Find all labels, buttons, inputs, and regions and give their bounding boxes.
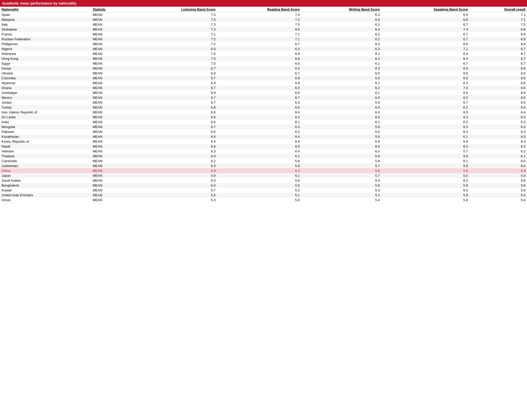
statistic-cell: MEAN <box>91 56 129 61</box>
table-row: IndonesiaMEAN7.06.96.16.46.7 <box>0 51 527 56</box>
speaking-cell: 5.9 <box>381 139 469 144</box>
overall-cell: 6.0 <box>469 163 527 168</box>
table-row: ChinaMEAN5.96.35.85.55.9 <box>0 168 527 173</box>
nationality-cell: China <box>0 168 91 173</box>
col-header-speaking: Speaking Band Score <box>381 7 469 12</box>
listening-cell: 7.0 <box>129 51 217 56</box>
writing-cell: 5.1 <box>301 193 381 198</box>
reading-cell: 6.3 <box>217 168 301 173</box>
listening-cell: 7.5 <box>129 12 217 17</box>
reading-cell: 7.5 <box>217 22 301 27</box>
listening-cell: 6.7 <box>129 95 217 100</box>
overall-cell: 6.9 <box>469 27 527 32</box>
overall-cell: 5.6 <box>469 188 527 193</box>
speaking-cell: 6.2 <box>381 178 469 183</box>
overall-cell: 7.0 <box>469 22 527 27</box>
speaking-cell: 6.7 <box>381 100 469 105</box>
nationality-cell: Myanmar <box>0 81 91 85</box>
nationality-cell: Uzbekistan <box>0 163 91 168</box>
writing-cell: 6.1 <box>301 90 381 95</box>
listening-cell: 5.7 <box>129 188 217 193</box>
listening-cell: 6.7 <box>129 124 217 129</box>
writing-cell: 6.1 <box>301 81 381 85</box>
nationality-cell: Japan <box>0 173 91 178</box>
statistic-cell: MEAN <box>91 27 129 32</box>
nationality-cell: Philippines <box>0 42 91 46</box>
table-row: BangladeshMEAN6.05.65.65.85.8 <box>0 183 527 188</box>
table-row: CambodiaMEAN6.25.85.86.16.0 <box>0 159 527 163</box>
table-row: UkraineMEAN6.96.76.06.66.6 <box>0 71 527 76</box>
writing-cell: 6.1 <box>301 51 381 56</box>
writing-cell: 6.3 <box>301 66 381 71</box>
listening-cell: 7.5 <box>129 17 217 22</box>
listening-cell: 6.0 <box>129 178 217 183</box>
table-row: MongoliaMEAN6.76.35.86.36.3 <box>0 124 527 129</box>
nationality-cell: Egypt <box>0 61 91 66</box>
listening-cell: 6.2 <box>129 159 217 163</box>
statistic-cell: MEAN <box>91 12 129 17</box>
nationality-cell: United Arab Emirates <box>0 193 91 198</box>
reading-cell: 6.1 <box>217 120 301 124</box>
statistic-cell: MEAN <box>91 173 129 178</box>
nationality-cell: Bangladesh <box>0 183 91 188</box>
overall-cell: 6.8 <box>469 42 527 46</box>
writing-cell: 6.3 <box>301 12 381 17</box>
nationality-cell: France <box>0 32 91 37</box>
statistic-cell: MEAN <box>91 85 129 90</box>
reading-cell: 6.0 <box>217 144 301 149</box>
nationality-cell: Kuwait <box>0 188 91 193</box>
table-row: OmanMEAN5.35.05.45.85.4 <box>0 198 527 202</box>
reading-cell: 5.0 <box>217 198 301 202</box>
listening-cell: 7.2 <box>129 27 217 32</box>
table-row: Russian FederationMEAN7.27.16.26.76.9 <box>0 37 527 42</box>
nationality-cell: Vietnam <box>0 149 91 154</box>
writing-cell: 5.9 <box>301 100 381 105</box>
data-table: Nationality Statistic Listening Band Sco… <box>0 7 527 202</box>
table-header-row: Nationality Statistic Listening Band Sco… <box>0 7 527 12</box>
reading-cell: 6.4 <box>217 134 301 139</box>
overall-cell: 6.1 <box>469 154 527 159</box>
reading-cell: 5.1 <box>217 193 301 198</box>
col-header-statistic: Statistic <box>91 7 129 12</box>
listening-cell: 6.0 <box>129 183 217 188</box>
table-row: ItalyMEAN7.37.56.26.77.0 <box>0 22 527 27</box>
overall-cell: 6.6 <box>469 90 527 95</box>
nationality-cell: Italy <box>0 22 91 27</box>
speaking-cell: 5.8 <box>381 183 469 188</box>
statistic-cell: MEAN <box>91 154 129 159</box>
speaking-cell: 6.8 <box>381 17 469 22</box>
nationality-cell: Oman <box>0 198 91 202</box>
speaking-cell: 6.7 <box>381 22 469 27</box>
writing-cell: 6.3 <box>301 42 381 46</box>
nationality-cell: Kazakhstan <box>0 134 91 139</box>
nationality-cell: Kenya <box>0 66 91 71</box>
nationality-cell: Mongolia <box>0 124 91 129</box>
overall-cell: 6.5 <box>469 105 527 110</box>
speaking-cell: 6.5 <box>381 90 469 95</box>
speaking-cell: 6.1 <box>381 159 469 163</box>
overall-cell: 6.7 <box>469 46 527 51</box>
table-row: VietnamMEAN6.36.46.05.76.2 <box>0 149 527 154</box>
reading-cell: 6.2 <box>217 115 301 120</box>
reading-cell: 5.9 <box>217 163 301 168</box>
nationality-cell: Thailand <box>0 154 91 159</box>
writing-cell: 6.0 <box>301 149 381 154</box>
writing-cell: 6.0 <box>301 110 381 115</box>
report-title: Academic mean performance by nationality <box>0 0 527 7</box>
table-row: MalaysiaMEAN7.57.26.46.87.1 <box>0 17 527 22</box>
statistic-cell: MEAN <box>91 163 129 168</box>
reading-cell: 7.2 <box>217 17 301 22</box>
speaking-cell: 5.7 <box>381 149 469 154</box>
overall-cell: 6.6 <box>469 71 527 76</box>
statistic-cell: MEAN <box>91 168 129 173</box>
overall-cell: 5.8 <box>469 178 527 183</box>
speaking-cell: 5.8 <box>381 163 469 168</box>
nationality-cell: Malaysia <box>0 17 91 22</box>
nationality-cell: Mexico <box>0 95 91 100</box>
reading-cell: 6.6 <box>217 90 301 95</box>
col-header-listening: Listening Band Score <box>129 7 217 12</box>
nationality-cell: Azerbaijan <box>0 90 91 95</box>
listening-cell: 6.3 <box>129 149 217 154</box>
listening-cell: 6.7 <box>129 100 217 105</box>
statistic-cell: MEAN <box>91 183 129 188</box>
